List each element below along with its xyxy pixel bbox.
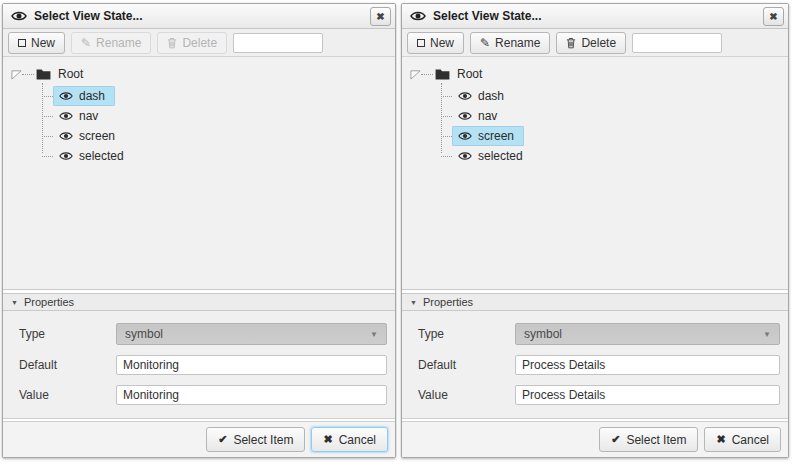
eye-icon (458, 91, 472, 101)
tree-row: screen (42, 126, 395, 146)
eye-icon (59, 131, 73, 141)
filter-input[interactable] (233, 33, 323, 53)
delete-button-label: Delete (182, 36, 217, 50)
new-button-label: New (430, 36, 454, 50)
properties-panel: Type symbol ▼ Default Value (3, 311, 395, 419)
tree-children: dash nav screen (42, 86, 395, 166)
tree-row: dash (42, 86, 395, 106)
eye-icon (59, 91, 73, 101)
tree-item-label: nav (478, 109, 497, 123)
tree-item-nav[interactable]: nav (452, 106, 507, 126)
tree-children: dash nav screen (441, 86, 788, 166)
folder-icon (435, 68, 450, 80)
properties-header-label: Properties (423, 296, 473, 308)
tree-row: selected (441, 146, 788, 166)
default-label: Default (19, 358, 116, 372)
properties-header[interactable]: ▼ Properties (402, 293, 788, 311)
cancel-button[interactable]: ✖ Cancel (704, 427, 781, 452)
value-label: Value (418, 388, 515, 402)
new-square-icon (417, 39, 425, 47)
rename-button[interactable]: ✎ Rename (470, 32, 550, 54)
eye-icon (410, 10, 426, 22)
tree-connector (441, 136, 452, 137)
delete-button[interactable]: Delete (157, 32, 227, 54)
tree-item-screen[interactable]: screen (452, 126, 524, 146)
tree-item-label: screen (478, 129, 514, 143)
properties-header[interactable]: ▼ Properties (3, 293, 395, 311)
cancel-button[interactable]: ✖ Cancel (311, 427, 388, 452)
cancel-label: Cancel (339, 433, 376, 447)
select-item-label: Select Item (626, 433, 686, 447)
filter-input[interactable] (632, 33, 722, 53)
tree-item-selected[interactable]: selected (452, 146, 533, 166)
expander-icon[interactable] (11, 69, 22, 80)
eye-icon (458, 111, 472, 121)
new-button[interactable]: New (8, 32, 65, 54)
type-dropdown-value: symbol (125, 327, 370, 341)
tree-row: nav (441, 106, 788, 126)
tree-root[interactable]: Root (11, 65, 395, 83)
select-item-label: Select Item (233, 433, 293, 447)
value-input[interactable] (515, 385, 780, 405)
view-state-tree: Root dash nav (402, 57, 788, 290)
rename-button[interactable]: ✎ Rename (71, 32, 151, 54)
check-icon: ✔ (611, 433, 620, 446)
cross-icon: ✖ (323, 433, 332, 446)
rename-pencil-icon: ✎ (480, 37, 490, 49)
tree-connector (441, 116, 452, 117)
rename-button-label: Rename (96, 36, 141, 50)
close-icon[interactable]: ✖ (763, 7, 784, 26)
folder-icon (36, 68, 51, 80)
collapse-arrow-icon: ▼ (410, 299, 417, 306)
rename-pencil-icon: ✎ (81, 37, 91, 49)
dialog-title: Select View State... (34, 9, 363, 23)
tree-row: dash (441, 86, 788, 106)
eye-icon (458, 131, 472, 141)
type-dropdown[interactable]: symbol ▼ (116, 323, 387, 345)
trash-icon (566, 37, 576, 49)
properties-header-label: Properties (24, 296, 74, 308)
tree-connector (421, 74, 433, 75)
tree-connector (441, 156, 452, 157)
tree-connector (42, 96, 53, 97)
tree-row: nav (42, 106, 395, 126)
tree-item-selected[interactable]: selected (53, 146, 134, 166)
tree-root-label: Root (457, 67, 482, 81)
new-button[interactable]: New (407, 32, 464, 54)
expander-icon[interactable] (410, 69, 421, 80)
cancel-label: Cancel (732, 433, 769, 447)
properties-panel: Type symbol ▼ Default Value (402, 311, 788, 419)
tree-item-dash[interactable]: dash (452, 86, 514, 106)
tree-item-label: selected (478, 149, 523, 163)
type-label: Type (418, 327, 515, 341)
eye-icon (59, 151, 73, 161)
eye-icon (458, 151, 472, 161)
select-item-button[interactable]: ✔ Select Item (599, 427, 698, 452)
default-row: Default (418, 355, 780, 375)
value-label: Value (19, 388, 116, 402)
value-input[interactable] (116, 385, 387, 405)
tree-item-dash[interactable]: dash (53, 86, 115, 106)
tree-item-nav[interactable]: nav (53, 106, 108, 126)
type-dropdown-value: symbol (524, 327, 763, 341)
tree-connector (22, 74, 34, 75)
value-row: Value (418, 385, 780, 405)
dialog-title: Select View State... (433, 9, 756, 23)
tree-row: selected (42, 146, 395, 166)
tree-item-screen[interactable]: screen (53, 126, 125, 146)
delete-button-label: Delete (581, 36, 616, 50)
tree-item-label: dash (478, 89, 504, 103)
new-button-label: New (31, 36, 55, 50)
tree-root[interactable]: Root (410, 65, 788, 83)
default-label: Default (418, 358, 515, 372)
default-input[interactable] (116, 355, 387, 375)
eye-icon (59, 111, 73, 121)
close-icon[interactable]: ✖ (370, 7, 391, 26)
default-input[interactable] (515, 355, 780, 375)
select-item-button[interactable]: ✔ Select Item (206, 427, 305, 452)
type-dropdown[interactable]: symbol ▼ (515, 323, 780, 345)
delete-button[interactable]: Delete (556, 32, 626, 54)
value-row: Value (19, 385, 387, 405)
trash-icon (167, 37, 177, 49)
dialog-footer: ✔ Select Item ✖ Cancel (402, 421, 788, 457)
